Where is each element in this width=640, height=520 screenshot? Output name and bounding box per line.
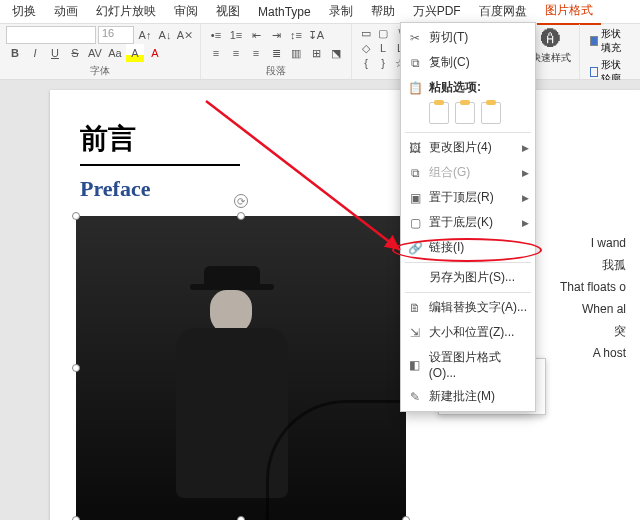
tab-baidu-netdisk[interactable]: 百度网盘 xyxy=(471,0,535,24)
chevron-right-icon: ▶ xyxy=(522,143,529,153)
ribbon-toolbar: 16 A↑ A↓ A⨯ B I U S AV Aa A A 字体 •≡ 1≡ ⇤… xyxy=(0,24,640,80)
resize-handle[interactable] xyxy=(237,212,245,220)
align-left-icon[interactable]: ≡ xyxy=(207,44,225,62)
size-position-icon: ⇲ xyxy=(407,326,423,340)
indent-left-icon[interactable]: ⇤ xyxy=(247,26,265,44)
tab-picture-format[interactable]: 图片格式 xyxy=(537,0,601,25)
menu-paste-options-header: 📋粘贴选项: xyxy=(401,75,535,100)
heading-rule xyxy=(80,164,240,166)
menu-hyperlink[interactable]: 🔗链接(I) xyxy=(401,235,535,260)
context-menu: ✂剪切(T) ⧉复制(C) 📋粘贴选项: 🖼更改图片(4)▶ ⧉组合(G)▶ ▣… xyxy=(400,22,536,412)
smartart-icon[interactable]: ⬔ xyxy=(327,44,345,62)
paste-option-1[interactable] xyxy=(429,102,449,124)
tab-transition[interactable]: 切换 xyxy=(4,0,44,24)
menu-send-back[interactable]: ▢置于底层(K)▶ xyxy=(401,210,535,235)
body-text: I wand 我孤 That floats o When al 突 A host xyxy=(560,232,626,364)
increase-font-icon[interactable]: A↑ xyxy=(136,26,154,44)
paste-option-2[interactable] xyxy=(455,102,475,124)
italic-button[interactable]: I xyxy=(26,44,44,62)
image-content xyxy=(76,216,406,520)
clipboard-icon: 📋 xyxy=(407,81,423,95)
spacing-icon[interactable]: AV xyxy=(86,44,104,62)
alt-text-icon: 🗎 xyxy=(407,301,423,315)
menu-size-position[interactable]: ⇲大小和位置(Z)... xyxy=(401,320,535,345)
tab-view[interactable]: 视图 xyxy=(208,0,248,24)
columns-icon[interactable]: ▥ xyxy=(287,44,305,62)
font-name-select[interactable] xyxy=(6,26,96,44)
copy-icon: ⧉ xyxy=(407,56,423,70)
font-group-label: 字体 xyxy=(6,64,194,78)
clear-format-icon[interactable]: A⨯ xyxy=(176,26,194,44)
strike-button[interactable]: S xyxy=(66,44,84,62)
tab-animation[interactable]: 动画 xyxy=(46,0,86,24)
bring-front-icon: ▣ xyxy=(407,191,423,205)
menu-cut[interactable]: ✂剪切(T) xyxy=(401,25,535,50)
slide-page[interactable]: 前言 Preface ⟳ I wand 我孤 That floats o Whe xyxy=(50,90,640,520)
paste-options-row xyxy=(401,100,535,130)
font-size-select[interactable]: 16 xyxy=(98,26,134,44)
format-picture-icon: ◧ xyxy=(407,358,423,372)
decrease-font-icon[interactable]: A↓ xyxy=(156,26,174,44)
chevron-right-icon: ▶ xyxy=(522,193,529,203)
indent-right-icon[interactable]: ⇥ xyxy=(267,26,285,44)
tab-mathtype[interactable]: MathType xyxy=(250,1,319,23)
align-objects-icon[interactable]: ⊞ xyxy=(307,44,325,62)
resize-handle[interactable] xyxy=(237,516,245,520)
resize-handle[interactable] xyxy=(72,212,80,220)
ribbon-tabs: 切换 动画 幻灯片放映 审阅 视图 MathType 录制 帮助 万兴PDF 百… xyxy=(0,0,640,24)
tab-record[interactable]: 录制 xyxy=(321,0,361,24)
menu-copy[interactable]: ⧉复制(C) xyxy=(401,50,535,75)
align-right-icon[interactable]: ≡ xyxy=(247,44,265,62)
align-center-icon[interactable]: ≡ xyxy=(227,44,245,62)
menu-edit-alt-text[interactable]: 🗎编辑替换文字(A)... xyxy=(401,295,535,320)
tab-slideshow[interactable]: 幻灯片放映 xyxy=(88,0,164,24)
resize-handle[interactable] xyxy=(72,364,80,372)
line-spacing-icon[interactable]: ↕≡ xyxy=(287,26,305,44)
shape-fill-button[interactable]: 形状填充 xyxy=(586,26,634,56)
group-paragraph: •≡ 1≡ ⇤ ⇥ ↕≡ ↧A ≡ ≡ ≡ ≣ ▥ ⊞ ⬔ 段落 xyxy=(201,24,352,79)
menu-save-as-picture[interactable]: 另存为图片(S)... xyxy=(401,265,535,290)
underline-button[interactable]: U xyxy=(46,44,64,62)
selected-image[interactable]: ⟳ xyxy=(76,216,406,520)
resize-handle[interactable] xyxy=(72,516,80,520)
tab-wondershare-pdf[interactable]: 万兴PDF xyxy=(405,0,469,24)
paste-option-3[interactable] xyxy=(481,102,501,124)
tab-help[interactable]: 帮助 xyxy=(363,0,403,24)
tab-review[interactable]: 审阅 xyxy=(166,0,206,24)
group-icon: ⧉ xyxy=(407,166,423,180)
link-icon: 🔗 xyxy=(407,241,423,255)
menu-group: ⧉组合(G)▶ xyxy=(401,160,535,185)
comment-icon: ✎ xyxy=(407,390,423,404)
menu-change-picture[interactable]: 🖼更改图片(4)▶ xyxy=(401,135,535,160)
paragraph-group-label: 段落 xyxy=(207,64,345,78)
chevron-right-icon: ▶ xyxy=(522,168,529,178)
group-shape-style: 形状填充 形状轮廓 形状效果 xyxy=(580,24,640,79)
document-viewport[interactable]: 前言 Preface ⟳ I wand 我孤 That floats o Whe xyxy=(0,80,640,520)
rotate-handle-icon[interactable]: ⟳ xyxy=(234,194,248,208)
send-back-icon: ▢ xyxy=(407,216,423,230)
font-color-icon[interactable]: A xyxy=(146,44,164,62)
menu-new-comment[interactable]: ✎新建批注(M) xyxy=(401,384,535,409)
highlight-icon[interactable]: A xyxy=(126,44,144,62)
change-picture-icon: 🖼 xyxy=(407,141,423,155)
resize-handle[interactable] xyxy=(402,516,410,520)
case-icon[interactable]: Aa xyxy=(106,44,124,62)
numbering-icon[interactable]: 1≡ xyxy=(227,26,245,44)
scissors-icon: ✂ xyxy=(407,31,423,45)
text-direction-icon[interactable]: ↧A xyxy=(307,26,325,44)
bullets-icon[interactable]: •≡ xyxy=(207,26,225,44)
group-font: 16 A↑ A↓ A⨯ B I U S AV Aa A A 字体 xyxy=(0,24,201,79)
menu-format-picture[interactable]: ◧设置图片格式(O)... xyxy=(401,345,535,384)
justify-icon[interactable]: ≣ xyxy=(267,44,285,62)
bold-button[interactable]: B xyxy=(6,44,24,62)
chevron-right-icon: ▶ xyxy=(522,218,529,228)
menu-bring-front[interactable]: ▣置于顶层(R)▶ xyxy=(401,185,535,210)
